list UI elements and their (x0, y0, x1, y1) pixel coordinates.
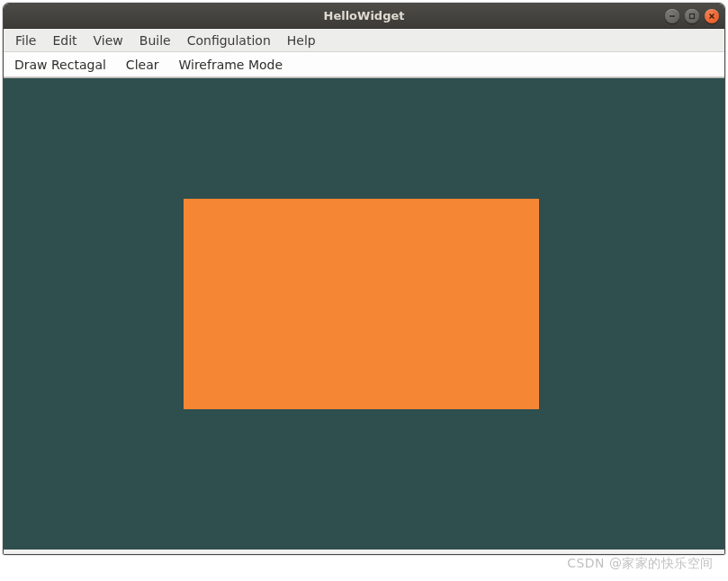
titlebar[interactable]: HelloWidget (4, 4, 724, 29)
statusbar (4, 550, 724, 554)
window-controls (665, 9, 719, 23)
menu-configuration[interactable]: Configulation (179, 31, 279, 50)
tool-wireframe-mode[interactable]: Wireframe Mode (175, 56, 286, 74)
toolbar: Draw Rectagal Clear Wireframe Mode (4, 52, 724, 77)
rendered-rectangle (184, 199, 539, 409)
maximize-icon (688, 13, 696, 20)
watermark-text: CSDN @家家的快乐空间 (567, 556, 714, 572)
menu-edit[interactable]: Edit (44, 31, 85, 50)
tool-clear[interactable]: Clear (122, 56, 163, 74)
close-icon (708, 13, 715, 20)
close-button[interactable] (705, 9, 719, 23)
app-window: HelloWidget File Edit View Buile Configu… (3, 3, 725, 555)
minimize-button[interactable] (665, 9, 679, 23)
menu-build[interactable]: Buile (131, 31, 179, 50)
menubar: File Edit View Buile Configulation Help (4, 29, 724, 52)
tool-draw-rectangle[interactable]: Draw Rectagal (11, 56, 110, 74)
menu-file[interactable]: File (7, 31, 44, 50)
menu-view[interactable]: View (85, 31, 131, 50)
minimize-icon (669, 13, 676, 20)
window-title: HelloWidget (324, 9, 405, 22)
maximize-button[interactable] (685, 9, 699, 23)
menu-help[interactable]: Help (279, 31, 324, 50)
svg-rect-1 (690, 13, 695, 18)
viewport-canvas[interactable] (4, 77, 724, 550)
